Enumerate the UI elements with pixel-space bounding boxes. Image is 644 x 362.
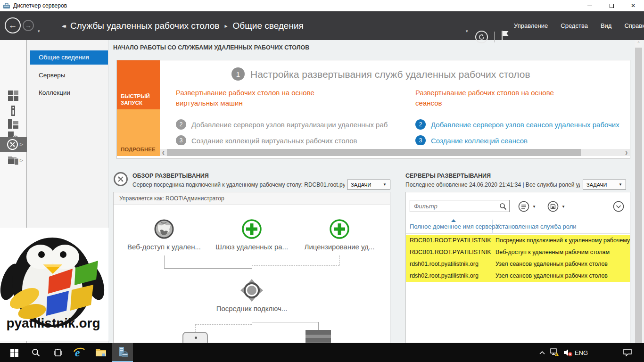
server-manager-taskbar-button[interactable]	[112, 343, 133, 362]
filter-input[interactable]	[410, 200, 495, 212]
step1-title: Настройка развертывания служб удаленных …	[250, 69, 530, 80]
search-icon[interactable]	[499, 203, 507, 210]
table-row[interactable]: RDCB01.ROOT.PYATILISTNIK.ORG Веб-доступ …	[406, 247, 630, 258]
quickstart-panel: БЫСТРЫЙ ЗАПУСК ПОДРОБНЕЕ 1 Настройка раз…	[116, 60, 630, 159]
column-header-fqdn[interactable]: Полное доменное имя сервера	[410, 223, 499, 230]
vm-step-3[interactable]: 3 Создание коллекций виртуальных рабочих…	[176, 135, 357, 145]
menu-view[interactable]: Вид	[601, 22, 612, 29]
menu-manage[interactable]: Управление	[514, 22, 548, 29]
refresh-button[interactable]	[475, 31, 488, 43]
tray-chevron-up-icon[interactable]	[537, 343, 548, 362]
sidebar-item-servers[interactable]: Серверы	[30, 68, 108, 82]
server-manager-window: Диспетчер серверов ✕ ← → ▾ ◂◂ Службы уда…	[0, 0, 644, 362]
connector	[252, 315, 252, 322]
session-step-2[interactable]: 2 Добавление серверов узлов сеансов удал…	[415, 119, 619, 130]
save-criteria-button[interactable]: ▼	[547, 201, 565, 212]
deployment-servers-panel: ▼ ▼ Полное доменное имя сервера Установл…	[405, 192, 630, 343]
connection-broker-node-icon[interactable]	[239, 278, 264, 303]
collapse-panel-button[interactable]	[613, 201, 624, 212]
connector	[164, 268, 252, 269]
file-storage-expand-icon[interactable]: ▷	[20, 158, 23, 163]
breadcrumb-root[interactable]: Службы удаленных рабочих столов	[70, 21, 219, 31]
minimize-button[interactable]	[579, 0, 601, 11]
action-center-icon[interactable]	[620, 343, 635, 362]
title-bar: Диспетчер серверов ✕	[0, 0, 644, 11]
menu-help[interactable]: Справка	[624, 22, 644, 29]
chevron-down-circle-icon	[613, 201, 624, 212]
rds-expand-icon[interactable]: ▷	[20, 142, 23, 147]
servers-tasks-button[interactable]: ЗАДАЧИ▼	[583, 180, 626, 189]
session-deployment-column: Развертывание рабочих столов на основе с…	[415, 88, 628, 145]
breadcrumb-separator-icon: ▸	[224, 23, 227, 29]
breadcrumb-current[interactable]: Общие сведения	[233, 21, 304, 31]
table-row[interactable]: rdsh02.root.pyatilistnik.org Узел сеансо…	[406, 270, 630, 282]
gateway-add-node-icon[interactable]	[241, 219, 262, 239]
save-icon	[547, 201, 559, 212]
servers-table-header: Полное доменное имя сервера Установленна…	[406, 219, 630, 234]
window-title: Диспетчер серверов	[13, 2, 67, 9]
managed-as-bar: Управляется как: ROOT\Администратор	[114, 192, 390, 205]
web-access-node-label[interactable]: Веб-доступ к удален...	[117, 243, 211, 251]
hscroll-right-icon[interactable]: ❯	[623, 149, 630, 156]
web-access-node-icon[interactable]	[154, 219, 174, 239]
flag-icon	[501, 30, 511, 41]
session-deployment-link[interactable]: Развертывание рабочих столов на основе с…	[415, 88, 571, 108]
overview-section-title: ОБЗОР РАЗВЕРТЫВАНИЯ	[132, 173, 209, 179]
language-indicator[interactable]: ENG	[573, 343, 589, 362]
nav-dropdown-caret-icon[interactable]: ▾	[466, 29, 468, 33]
table-row[interactable]: RDCB01.ROOT.PYATILISTNIK.ORG Посредник п…	[406, 235, 630, 247]
connector	[252, 268, 252, 278]
main-vscrollbar[interactable]: ⌃	[635, 40, 643, 343]
gateway-node-label[interactable]: Шлюз удаленных ра...	[205, 243, 299, 251]
taskbar-search-button[interactable]	[25, 343, 46, 362]
collapse-breadcrumb-icon[interactable]: ◂◂	[62, 23, 65, 29]
session-host-node-icon[interactable]	[305, 330, 331, 343]
tab-learn-more[interactable]: ПОДРОБНЕЕ	[117, 109, 160, 156]
forward-button[interactable]: →	[23, 20, 34, 31]
licensing-add-node-icon[interactable]	[329, 219, 350, 239]
vm-deployment-link[interactable]: Развертывание рабочих столов на основе в…	[176, 88, 324, 108]
quickstart-hscrollbar[interactable]: ❮ ❯	[160, 149, 630, 156]
overview-tasks-button[interactable]: ЗАДАЧИ▼	[347, 180, 390, 189]
column-header-role[interactable]: Установленная служба роли	[495, 223, 577, 230]
getting-started-heading: НАЧАЛО РАБОТЫ СО СЛУЖБАМИ УДАЛЕННЫХ РАБО…	[113, 44, 309, 51]
sidebar-item-overview[interactable]: Общие сведения	[30, 50, 108, 65]
caret-down-icon: ▼	[532, 205, 536, 209]
local-server-icon[interactable]	[8, 105, 19, 116]
deployment-overview-panel: Управляется как: ROOT\Администратор Веб-…	[113, 192, 390, 343]
maximize-button[interactable]	[601, 0, 622, 11]
windows-start-icon	[10, 349, 18, 357]
close-button[interactable]: ✕	[622, 0, 644, 11]
network-warning-icon[interactable]	[549, 343, 561, 362]
session-step-3[interactable]: 3 Создание коллекций сеансов	[415, 135, 528, 145]
licensing-node-label[interactable]: Лицензирование уд...	[292, 243, 387, 251]
table-row[interactable]: rdsh01.root.pyatilistnik.org Узел сеансо…	[406, 258, 630, 270]
back-button[interactable]: ←	[5, 17, 21, 33]
hscroll-thumb[interactable]	[167, 149, 581, 156]
sidebar-item-collections[interactable]: Коллекции	[30, 86, 108, 100]
menu-tools[interactable]: Средства	[561, 22, 588, 29]
dashboard-icon[interactable]	[8, 90, 19, 101]
file-storage-services-icon[interactable]	[8, 155, 19, 165]
file-explorer-button[interactable]	[91, 343, 111, 362]
sidebar-item-rds[interactable]: ▷	[0, 137, 27, 152]
tab-quick-start[interactable]: БЫСТРЫЙ ЗАПУСК	[117, 60, 160, 109]
pyatilistnik-watermark: pyatilistnik.org	[0, 228, 108, 341]
internet-explorer-button[interactable]: e	[69, 343, 90, 362]
hscroll-left-icon[interactable]: ❮	[160, 149, 167, 156]
start-button[interactable]	[4, 343, 25, 362]
list-criteria-icon	[518, 201, 529, 212]
virtualization-host-node-icon[interactable]	[182, 332, 208, 343]
scroll-up-icon[interactable]: ⌃	[635, 41, 643, 46]
all-servers-icon[interactable]	[8, 118, 19, 130]
filter-criteria-button[interactable]: ▼	[518, 201, 536, 212]
task-view-button[interactable]	[47, 343, 68, 362]
connection-broker-node-label[interactable]: Посредник подключ...	[205, 304, 299, 313]
notifications-flag-button[interactable]	[501, 30, 511, 43]
connector	[252, 265, 339, 266]
volume-muted-icon[interactable]	[562, 343, 574, 362]
vm-step-2[interactable]: 2 Добавление серверов узлов виртуализаци…	[176, 119, 388, 130]
nav-history-caret-icon[interactable]: ▾	[38, 29, 40, 33]
deployment-overview-icon	[113, 172, 128, 187]
vscroll-thumb[interactable]	[635, 48, 642, 343]
